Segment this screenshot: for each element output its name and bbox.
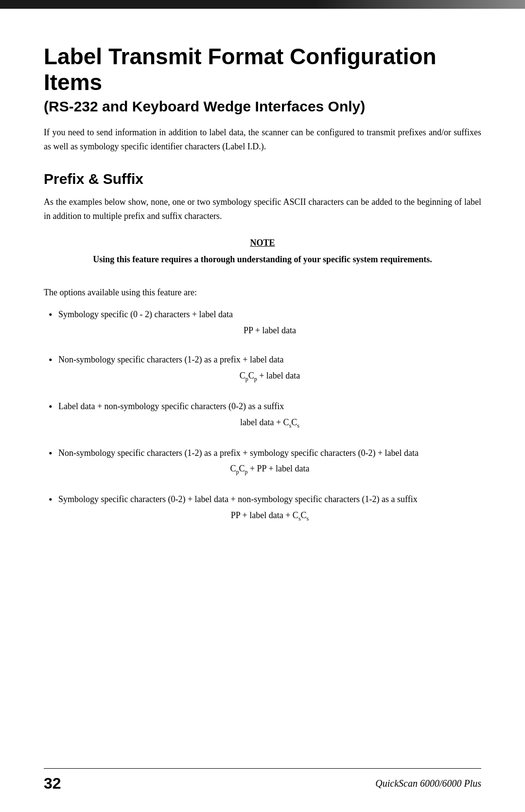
list-item: • Non-symbology specific characters (1-2… <box>44 353 481 389</box>
bullet-content: Non-symbology specific characters (1-2) … <box>58 446 481 482</box>
bullet-content: Non-symbology specific characters (1-2) … <box>58 353 481 389</box>
formula-3: label data + CsCs <box>58 415 481 431</box>
bullet-text-2: Non-symbology specific characters (1-2) … <box>58 355 283 364</box>
page-number: 32 <box>44 775 61 793</box>
list-item: • Non-symbology specific characters (1-2… <box>44 446 481 482</box>
bullet-text-4: Non-symbology specific characters (1-2) … <box>58 448 419 458</box>
page: Label Transmit Format Configuration Item… <box>0 0 525 812</box>
list-item: • Symbology specific (0 - 2) characters … <box>44 307 481 343</box>
section-title: Prefix & Suffix <box>44 171 481 187</box>
formula-1: PP + label data <box>58 324 481 338</box>
bullet-dot: • <box>44 446 58 461</box>
section-text: As the examples below show, none, one or… <box>44 195 481 223</box>
header-bar <box>0 0 525 9</box>
content: Label Transmit Format Configuration Item… <box>44 44 481 773</box>
options-intro: The options available using this feature… <box>44 286 481 300</box>
bullet-dot: • <box>44 307 58 323</box>
intro-text: If you need to send information in addit… <box>44 126 481 154</box>
formula-4: CpCp + PP + label data <box>58 462 481 477</box>
bullet-list: • Symbology specific (0 - 2) characters … <box>44 307 481 528</box>
note-block: NOTE Using this feature requires a thoro… <box>44 238 481 266</box>
formula-5: PP + label data + CsCs <box>58 508 481 523</box>
footer: 32 QuickScan 6000/6000 Plus <box>44 768 481 793</box>
main-title: Label Transmit Format Configuration Item… <box>44 44 481 95</box>
bullet-content: Symbology specific characters (0-2) + la… <box>58 492 481 528</box>
formula-2: CpCp + label data <box>58 369 481 384</box>
bullet-text-3: Label data + non-symbology specific char… <box>58 401 284 411</box>
list-item: • Symbology specific characters (0-2) + … <box>44 492 481 528</box>
bullet-text-1: Symbology specific (0 - 2) characters + … <box>58 309 233 319</box>
bullet-dot: • <box>44 399 58 415</box>
note-label: NOTE <box>44 238 481 248</box>
bullet-dot: • <box>44 492 58 507</box>
bullet-dot: • <box>44 353 58 368</box>
note-text: Using this feature requires a thorough u… <box>44 253 481 266</box>
bullet-text-5: Symbology specific characters (0-2) + la… <box>58 494 418 504</box>
bullet-content: Symbology specific (0 - 2) characters + … <box>58 307 481 343</box>
list-item: • Label data + non-symbology specific ch… <box>44 399 481 435</box>
sub-title: (RS-232 and Keyboard Wedge Interfaces On… <box>44 98 481 115</box>
product-name: QuickScan 6000/6000 Plus <box>375 778 481 789</box>
bullet-content: Label data + non-symbology specific char… <box>58 399 481 435</box>
